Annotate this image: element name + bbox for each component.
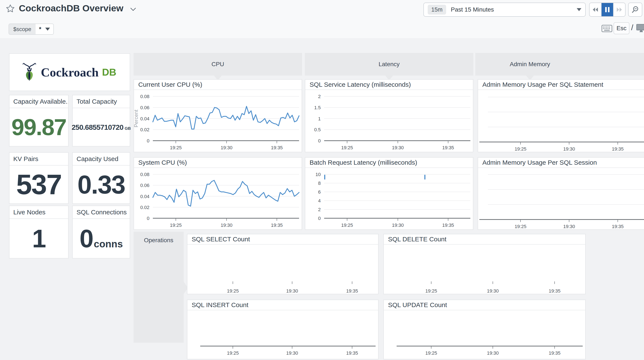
chart-title: Current User CPU (%) xyxy=(134,80,302,90)
stat-value: 250.6855710720 xyxy=(72,123,123,131)
template-var-value: * xyxy=(39,26,42,32)
svg-text:19:25: 19:25 xyxy=(227,288,239,294)
svg-text:19:35: 19:35 xyxy=(442,223,454,228)
svg-text:0.5: 0.5 xyxy=(314,127,321,132)
svg-text:19:25: 19:25 xyxy=(425,350,437,356)
shortcut-separator: / xyxy=(631,23,633,32)
toolbar-row: $scope * Esc / xyxy=(0,20,644,38)
time-preset-label: Past 15 Minutes xyxy=(451,6,494,13)
rewind-button[interactable] xyxy=(590,3,602,16)
stat-title: KV Pairs xyxy=(10,153,68,166)
logo-wordmark: Cockroach xyxy=(41,65,98,79)
svg-text:0.04: 0.04 xyxy=(140,116,150,121)
stat-card-total-capacity: Total Capacity 250.6855710720GB xyxy=(72,95,130,146)
chart-card-sql-update-count: SQL UPDATE Count 19:2519:3019:35 xyxy=(383,300,586,359)
svg-text:19:30: 19:30 xyxy=(392,223,404,228)
stat-value: 1 xyxy=(32,226,46,251)
chart-plot-admin-memory-session[interactable]: 19:2519:3019:35 xyxy=(478,168,644,229)
svg-text:19:25: 19:25 xyxy=(341,145,353,150)
svg-text:19:25: 19:25 xyxy=(425,288,437,294)
chart-plot-sql-service-latency[interactable]: 21.510.5019:2519:3019:35 xyxy=(305,90,473,152)
group-label: Operations xyxy=(134,237,184,244)
chart-card-sql-insert-count: SQL INSERT Count 19:2519:3019:35 xyxy=(187,300,378,359)
svg-text:0.02: 0.02 xyxy=(140,127,150,132)
chart-plot-sql-insert-count[interactable]: 19:2519:3019:35 xyxy=(187,310,378,359)
title-chevron-down-icon[interactable] xyxy=(130,7,136,11)
cockroach-bug-icon xyxy=(23,62,36,82)
group-panel-operations: Operations xyxy=(134,232,184,343)
svg-text:8: 8 xyxy=(318,181,321,186)
svg-text:19:30: 19:30 xyxy=(563,146,575,152)
group-label: Latency xyxy=(378,61,400,68)
chart-card-admin-memory-statement: Admin Memory Usage Per SQL Statement 19:… xyxy=(478,79,644,152)
chart-plot-batch-request-latency[interactable]: 108642019:2519:3019:35 xyxy=(305,168,473,229)
svg-text:19:30: 19:30 xyxy=(392,145,404,150)
group-header-admin-memory: Admin Memory xyxy=(475,53,644,76)
chart-title: System CPU (%) xyxy=(134,158,302,168)
fullscreen-monitor-icon[interactable] xyxy=(636,23,644,33)
chart-title: SQL DELETE Count xyxy=(384,234,585,245)
chart-title: Admin Memory Usage Per SQL Session xyxy=(478,158,644,168)
svg-text:0: 0 xyxy=(147,138,150,143)
fast-forward-button[interactable] xyxy=(613,3,625,16)
template-var-value-dropdown[interactable]: * xyxy=(36,24,54,34)
svg-text:19:35: 19:35 xyxy=(346,288,358,294)
time-range-selector[interactable]: 15m Past 15 Minutes xyxy=(424,2,586,17)
chart-card-current-user-cpu: Current User CPU (%) 0.080.060.040.02019… xyxy=(134,79,302,152)
svg-text:4: 4 xyxy=(318,198,321,203)
svg-text:19:35: 19:35 xyxy=(442,145,454,150)
chart-card-sql-service-latency: SQL Service Latency (milliseconds) 21.51… xyxy=(305,79,473,152)
stat-value: 99.87 xyxy=(11,116,66,139)
logo-suffix: DB xyxy=(102,66,116,78)
chart-plot-current-user-cpu[interactable]: 0.080.060.040.02019:2519:3019:35Percent xyxy=(134,90,302,152)
svg-text:0: 0 xyxy=(318,138,321,143)
star-icon[interactable] xyxy=(6,4,15,13)
stat-title: Capacity Available... xyxy=(10,95,68,108)
template-variable-scope[interactable]: $scope * xyxy=(8,23,54,35)
chart-title: Batch Request Latency (milliseconds) xyxy=(305,158,473,168)
stat-card-kv-pairs: KV Pairs 537 xyxy=(9,152,68,204)
pause-button[interactable] xyxy=(602,3,613,16)
svg-text:19:35: 19:35 xyxy=(271,145,283,150)
zoom-out-button[interactable] xyxy=(628,2,642,17)
title-row: CockroachDB Overview 15m Past 15 Minutes xyxy=(0,0,644,20)
chart-card-system-cpu: System CPU (%) 0.080.060.040.02019:2519:… xyxy=(134,157,302,230)
cockroachdb-logo-card: Cockroach DB xyxy=(9,53,130,91)
svg-text:19:30: 19:30 xyxy=(286,288,298,294)
stat-card-capacity-used: Capacity Used 0.33 xyxy=(72,152,130,204)
svg-text:0.02: 0.02 xyxy=(140,205,150,210)
chart-title: Admin Memory Usage Per SQL Statement xyxy=(478,80,644,90)
group-header-latency: Latency xyxy=(305,53,473,76)
svg-text:19:25: 19:25 xyxy=(170,223,182,228)
chart-plot-system-cpu[interactable]: 0.080.060.040.02019:2519:3019:35 xyxy=(134,168,302,229)
esc-key-button[interactable]: Esc xyxy=(614,22,630,34)
chart-plot-sql-delete-count[interactable]: 19:2519:3019:35 xyxy=(384,245,585,294)
scope-caret-icon xyxy=(45,28,50,31)
chart-card-admin-memory-session: Admin Memory Usage Per SQL Session 19:25… xyxy=(478,157,644,230)
svg-text:0.04: 0.04 xyxy=(140,194,150,199)
chart-title: SQL INSERT Count xyxy=(187,300,378,310)
svg-text:19:30: 19:30 xyxy=(487,288,499,294)
svg-text:1: 1 xyxy=(318,116,321,121)
chart-title: SQL Service Latency (milliseconds) xyxy=(305,80,473,90)
chart-title: SQL UPDATE Count xyxy=(384,300,585,310)
keyboard-icon[interactable] xyxy=(602,25,612,32)
svg-text:19:35: 19:35 xyxy=(612,146,624,152)
svg-text:0.06: 0.06 xyxy=(140,105,150,110)
svg-text:0.06: 0.06 xyxy=(140,183,150,188)
chart-plot-sql-select-count[interactable]: 19:2519:3019:35 xyxy=(187,245,378,294)
svg-text:19:35: 19:35 xyxy=(271,223,283,228)
page-title: CockroachDB Overview xyxy=(19,3,124,13)
template-var-name: $scope xyxy=(9,24,36,34)
svg-text:19:25: 19:25 xyxy=(514,146,526,152)
chart-plot-admin-memory-statement[interactable]: 19:2519:3019:35 xyxy=(478,90,644,152)
stat-value: 537 xyxy=(16,170,61,199)
svg-text:2: 2 xyxy=(318,207,321,212)
svg-text:19:35: 19:35 xyxy=(548,288,560,294)
chart-plot-sql-update-count[interactable]: 19:2519:3019:35 xyxy=(384,310,585,359)
svg-text:1.5: 1.5 xyxy=(314,105,321,110)
stat-card-sql-connections: SQL Connections 0conns xyxy=(72,206,130,259)
magnifier-minus-icon xyxy=(631,6,639,13)
stat-title: SQL Connections xyxy=(73,206,130,219)
stat-title: Live Nodes xyxy=(10,206,68,219)
